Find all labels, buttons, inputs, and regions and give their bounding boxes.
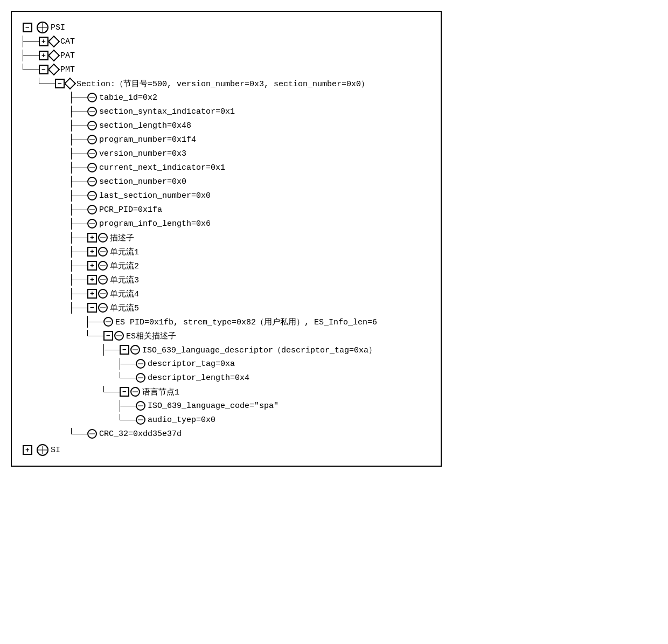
conn-cni [71,162,87,174]
diamond-icon-pmt [48,64,60,76]
leaf-icon-esrelated [114,331,124,341]
label-es1: 单元流1 [110,247,139,257]
label-dt: descriptor_tag=0xa [148,359,235,369]
expand-icon-section[interactable] [55,79,65,88]
label-es5: 单元流5 [110,303,139,313]
expand-icon-es5[interactable] [87,303,97,313]
expand-icon-desc[interactable] [87,233,97,243]
expand-icon-es4[interactable] [87,289,97,299]
label-es4: 单元流4 [110,289,139,299]
expand-icon-psi[interactable] [23,23,32,32]
conn-crc [71,428,87,440]
conn-iso639 [103,344,120,356]
diamond-icon-section [64,78,76,90]
expand-icon-es2[interactable] [87,261,97,271]
node-dt: descriptor_tag=0xa [120,357,430,371]
node-pmt: PMT [23,63,430,77]
label-iso639: ISO_639_language_descriptor（descriptor_t… [142,345,377,355]
leaf-icon-pcr [87,205,97,214]
conn-lsn [71,190,87,202]
node-langcode: ISO_639_language_code="spa" [120,399,430,413]
label-desc: 描述子 [110,233,134,243]
leaf-icon-dl [136,373,145,383]
label-langcode: ISO_639_language_code="spa" [148,401,279,411]
leaf-icon-langnode1 [130,387,140,397]
leaf-icon-desc [98,233,108,243]
label-sl: section_length=0x48 [99,121,191,130]
conn-es5 [71,302,87,314]
label-lsn: last_section_number=0x0 [99,191,211,200]
leaf-icon-iso639 [130,345,140,355]
label-langnode1: 语言节点1 [142,387,179,397]
label-ssi: section_syntax_indicator=0x1 [99,107,235,116]
node-table-id: tabie_id=0x2 [71,91,430,105]
node-dl: descriptor_length=0x4 [120,371,430,385]
node-crc: CRC_32=0xdd35e37d [71,427,430,441]
node-lsn: last_section_number=0x0 [71,189,430,203]
leaf-icon-es3 [98,275,108,285]
diamond-icon-pat [48,50,60,62]
diamond-icon-cat [48,36,60,48]
conn-es1 [71,246,87,258]
leaf-icon-ssi [87,107,97,116]
node-psi: PSI [23,20,430,34]
leaf-icon-vn [87,149,97,158]
node-pcr: PCR_PID=0x1fa [71,203,430,217]
leaf-icon-cni [87,163,97,172]
node-pn: program_number=0x1f4 [71,133,430,147]
label-pil: program_info_length=0x6 [99,219,211,228]
conn-pcr [71,204,87,216]
leaf-icon-es4 [98,289,108,299]
leaf-icon-audiotype [136,415,145,425]
leaf-icon-es1 [98,247,108,257]
connector-section [39,78,55,89]
label-si: SI [51,446,60,455]
expand-icon-es1[interactable] [87,247,97,257]
expand-icon-es3[interactable] [87,275,97,285]
node-ssi: section_syntax_indicator=0x1 [71,105,430,119]
label-cat: CAT [60,37,75,46]
label-sn: section_number=0x0 [99,177,186,186]
expand-icon-si[interactable] [23,445,32,455]
node-sl: section_length=0x48 [71,119,430,133]
conn-pil [71,218,87,230]
conn-sn [71,176,87,188]
expand-icon-langnode1[interactable] [120,387,129,397]
tree-container: PSI CAT PAT PMT [11,11,442,467]
node-cat: CAT [23,34,430,49]
leaf-icon-langcode [136,401,145,411]
conn-table-id [71,92,87,103]
label-cni: current_next_indicator=0x1 [99,163,225,172]
label-pat: PAT [60,51,75,60]
conn-langcode [120,400,136,412]
expand-icon-cat[interactable] [39,37,48,46]
expand-icon-pmt[interactable] [39,65,48,74]
node-sn: section_number=0x0 [71,175,430,189]
node-espid: ES PID=0x1fb, strem_type=0x82（用户私用）, ES_… [87,315,430,329]
connector-cat [23,36,39,47]
expand-icon-iso639[interactable] [120,345,129,355]
node-desc: 描述子 [71,231,430,245]
label-es3: 单元流3 [110,275,139,285]
label-esrelated: ES相关描述子 [126,331,176,341]
label-vn: version_number=0x3 [99,149,186,158]
node-section: Section:（节目号=500, version_number=0x3, se… [39,77,430,91]
label-espid: ES PID=0x1fb, strem_type=0x82（用户私用）, ES_… [115,317,377,327]
node-es2: 单元流2 [71,259,430,273]
conn-langnode1 [103,386,120,398]
node-es3: 单元流3 [71,273,430,287]
conn-es4 [71,288,87,300]
node-pil: program_info_length=0x6 [71,217,430,231]
expand-icon-esrelated[interactable] [103,331,113,341]
leaf-icon-es5 [98,303,108,313]
label-pmt: PMT [60,65,75,74]
label-psi: PSI [51,23,65,32]
expand-icon-pat[interactable] [39,51,48,60]
leaf-icon-sl [87,121,97,130]
leaf-icon-lsn [87,191,97,200]
node-audiotype: audio_tyep=0x0 [120,413,430,427]
node-si: SI [23,443,430,457]
label-audiotype: audio_tyep=0x0 [148,416,215,425]
node-es5: 单元流5 [71,301,430,315]
label-dl: descriptor_length=0x4 [148,373,249,383]
